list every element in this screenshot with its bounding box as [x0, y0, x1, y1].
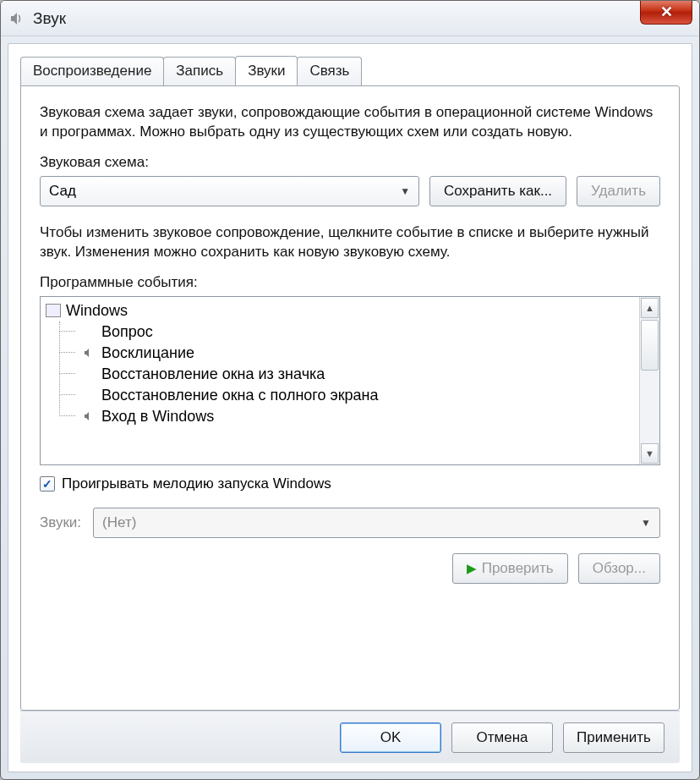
events-intro: Чтобы изменить звуковое сопровождение, щ…	[40, 223, 660, 262]
tab-playback[interactable]: Воспроизведение	[20, 57, 164, 86]
tab-strip: Воспроизведение Запись Звуки Связь	[8, 44, 692, 85]
test-button: ▶ Проверить	[452, 553, 568, 584]
scheme-combo[interactable]: Сад ▼	[40, 176, 419, 206]
titlebar: Звук ✕	[1, 1, 699, 36]
apply-button[interactable]: Применить	[563, 722, 664, 753]
events-listbox[interactable]: Windows Вопрос Восклицание Восс	[40, 296, 660, 465]
events-label: Программные события:	[40, 274, 660, 291]
close-icon: ✕	[660, 3, 673, 21]
tree-item[interactable]: Восстановление окна из значка	[42, 364, 637, 385]
client-area: Воспроизведение Запись Звуки Связь Звуко…	[8, 43, 692, 772]
sound-icon	[81, 388, 96, 402]
scroll-down-button[interactable]: ▼	[641, 443, 659, 464]
ok-button[interactable]: OK	[340, 722, 441, 753]
sound-icon	[81, 325, 96, 338]
windows-icon	[46, 304, 61, 317]
play-startup-label: Проигрывать мелодию запуска Windows	[62, 475, 331, 492]
sounds-label: Звуки:	[40, 514, 81, 531]
play-startup-checkbox[interactable]: ✓	[40, 476, 55, 492]
play-icon: ▶	[467, 561, 477, 576]
close-button[interactable]: ✕	[640, 0, 692, 25]
sound-icon	[81, 346, 96, 360]
scheme-value: Сад	[49, 183, 76, 200]
chevron-down-icon: ▼	[400, 185, 410, 197]
tab-recording[interactable]: Запись	[163, 57, 236, 86]
tree-item[interactable]: Восклицание	[42, 343, 637, 364]
events-tree: Windows Вопрос Восклицание Восс	[41, 297, 639, 464]
sounds-value: (Нет)	[102, 514, 136, 531]
tab-communications[interactable]: Связь	[297, 57, 362, 86]
scroll-thumb[interactable]	[641, 320, 659, 371]
scroll-up-button[interactable]: ▲	[641, 298, 659, 318]
window-title: Звук	[33, 9, 66, 28]
tab-body-sounds: Звуковая схема задает звуки, сопровождаю…	[20, 85, 680, 711]
sound-icon	[81, 409, 96, 423]
scheme-description: Звуковая схема задает звуки, сопровождаю…	[40, 103, 660, 142]
browse-button: Обзор...	[578, 553, 660, 584]
scrollbar[interactable]: ▲ ▼	[639, 297, 659, 464]
scroll-track[interactable]	[640, 371, 659, 442]
dialog-button-bar: OK Отмена Применить	[20, 711, 680, 763]
sound-icon	[81, 367, 96, 381]
tree-item[interactable]: Вход в Windows	[42, 406, 637, 427]
delete-button[interactable]: Удалить	[577, 176, 660, 206]
tree-item[interactable]: Восстановление окна с полного экрана	[42, 385, 637, 406]
save-as-button[interactable]: Сохранить как...	[429, 176, 566, 206]
tree-item[interactable]: Вопрос	[42, 321, 637, 343]
cancel-button[interactable]: Отмена	[451, 722, 553, 753]
speaker-icon	[8, 9, 26, 28]
tree-root[interactable]: Windows	[42, 300, 637, 321]
sound-dialog: Звук ✕ Воспроизведение Запись Звуки Связ…	[0, 0, 700, 780]
scheme-label: Звуковая схема:	[40, 154, 660, 171]
tab-sounds[interactable]: Звуки	[235, 56, 298, 85]
chevron-down-icon: ▼	[641, 517, 651, 529]
sounds-combo: (Нет) ▼	[93, 508, 660, 538]
